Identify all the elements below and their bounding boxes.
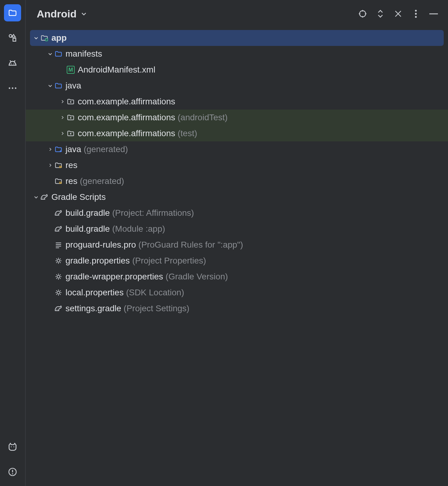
tree-suffix: (SDK Location)	[126, 288, 184, 297]
svg-point-20	[415, 13, 417, 15]
tree-node-java-generated[interactable]: java (generated)	[26, 141, 448, 157]
svg-point-33	[57, 229, 57, 230]
svg-point-24	[70, 101, 72, 103]
tree-node-res[interactable]: res	[26, 157, 448, 173]
svg-rect-23	[45, 39, 48, 41]
tree-node-build-gradle-module[interactable]: build.gradle (Module :app)	[26, 221, 448, 237]
tree-label: local.properties	[65, 288, 124, 297]
res-folder-icon	[54, 177, 62, 185]
panel-options-button[interactable]	[408, 6, 424, 21]
svg-line-3	[14, 61, 15, 62]
folder-icon	[54, 82, 62, 90]
folder-icon	[54, 50, 62, 58]
svg-line-2	[10, 61, 11, 62]
chevron-right-icon	[60, 131, 65, 136]
svg-point-31	[43, 197, 43, 198]
svg-point-21	[415, 16, 417, 18]
cat-tool-button[interactable]	[4, 438, 21, 455]
svg-rect-1	[13, 38, 16, 41]
module-icon	[40, 34, 48, 42]
tree-node-res-generated[interactable]: res (generated)	[26, 173, 448, 189]
tree-label: proguard-rules.pro	[65, 240, 136, 250]
tree-label: gradle.properties	[65, 256, 130, 266]
tree-label: com.example.affirmations	[78, 113, 175, 122]
tree-node-pkg-test[interactable]: com.example.affirmations (test)	[26, 125, 448, 141]
expand-icon	[377, 9, 384, 18]
target-icon	[358, 9, 367, 18]
svg-point-4	[11, 63, 12, 64]
svg-point-7	[12, 88, 13, 89]
tree-label: res	[65, 176, 77, 186]
svg-point-40	[57, 291, 60, 294]
chevron-down-icon	[34, 195, 39, 200]
project-view-label[interactable]: Android	[37, 8, 77, 20]
svg-point-39	[57, 275, 60, 278]
svg-point-10	[13, 447, 14, 447]
tree-node-build-gradle-project[interactable]: build.gradle (Project: Affirmations)	[26, 205, 448, 221]
tree-node-wrapper-properties[interactable]: gradle-wrapper.properties (Gradle Versio…	[26, 269, 448, 285]
tree-node-proguard[interactable]: proguard-rules.pro (ProGuard Rules for "…	[26, 237, 448, 253]
warning-icon	[8, 467, 17, 477]
folder-gen-icon	[54, 145, 62, 153]
gradle-icon	[54, 225, 63, 233]
svg-point-32	[57, 213, 57, 214]
tree-suffix: (androidTest)	[178, 113, 228, 122]
hide-panel-button[interactable]	[426, 6, 441, 21]
gradle-icon	[54, 209, 63, 217]
gear-icon	[54, 289, 62, 297]
tree-label: build.gradle	[65, 208, 110, 218]
tree-node-gradle-scripts[interactable]: Gradle Scripts	[26, 189, 448, 205]
project-panel: Android	[26, 0, 448, 486]
folder-icon	[8, 8, 17, 17]
collapse-icon	[394, 10, 402, 18]
tree-label: Gradle Scripts	[51, 192, 106, 202]
tree-node-local-properties[interactable]: local.properties (SDK Location)	[26, 285, 448, 301]
chevron-down-icon	[34, 36, 39, 40]
shapes-icon	[8, 33, 17, 43]
more-icon	[8, 87, 17, 90]
tree-node-java[interactable]: java	[26, 78, 448, 94]
collapse-all-button[interactable]	[390, 6, 406, 21]
chevron-right-icon	[48, 147, 52, 151]
tree-node-pkg-androidtest[interactable]: com.example.affirmations (androidTest)	[26, 110, 448, 125]
tree-label: build.gradle	[65, 224, 110, 234]
structure-tool-button[interactable]	[4, 29, 21, 47]
svg-point-14	[360, 11, 366, 17]
tree-suffix: (Project: Affirmations)	[112, 208, 194, 218]
tree-suffix: (ProGuard Rules for ":app")	[138, 240, 243, 250]
tree-label: settings.gradle	[65, 304, 121, 313]
svg-point-19	[415, 10, 417, 12]
problems-tool-button[interactable]	[4, 463, 21, 480]
tree-label: gradle-wrapper.properties	[65, 272, 163, 282]
tree-label: app	[51, 33, 67, 43]
tree-node-gradle-properties[interactable]: gradle.properties (Project Properties)	[26, 253, 448, 269]
expand-collapse-button[interactable]	[373, 6, 388, 21]
tree-node-manifests[interactable]: manifests	[26, 46, 448, 62]
svg-point-26	[70, 133, 72, 135]
tree-label: com.example.affirmations	[78, 129, 175, 138]
select-opened-file-button[interactable]	[355, 6, 370, 21]
project-panel-header: Android	[26, 0, 448, 28]
chevron-right-icon	[60, 115, 65, 120]
gradle-icon	[54, 304, 63, 313]
svg-point-8	[15, 88, 17, 89]
kebab-icon	[414, 9, 417, 18]
tree-node-pkg-main[interactable]: com.example.affirmations	[26, 94, 448, 110]
svg-point-6	[9, 88, 10, 89]
tree-node-settings-gradle[interactable]: settings.gradle (Project Settings)	[26, 301, 448, 316]
tree-suffix: (generated)	[80, 176, 124, 186]
tree-label: java	[65, 81, 81, 91]
package-icon	[67, 129, 75, 137]
tree-label: manifests	[65, 49, 102, 59]
project-tool-button[interactable]	[4, 4, 21, 21]
svg-point-9	[11, 447, 12, 447]
device-manager-button[interactable]	[4, 54, 21, 72]
tree-node-manifest-file[interactable]: M AndroidManifest.xml	[26, 62, 448, 78]
gradle-icon	[40, 193, 49, 201]
tree-node-app[interactable]: app	[30, 30, 444, 46]
chevron-right-icon	[60, 99, 65, 104]
chevron-down-icon[interactable]	[81, 11, 87, 17]
chevron-down-icon	[48, 83, 53, 88]
more-tool-button[interactable]	[4, 80, 21, 97]
svg-point-25	[70, 117, 72, 119]
